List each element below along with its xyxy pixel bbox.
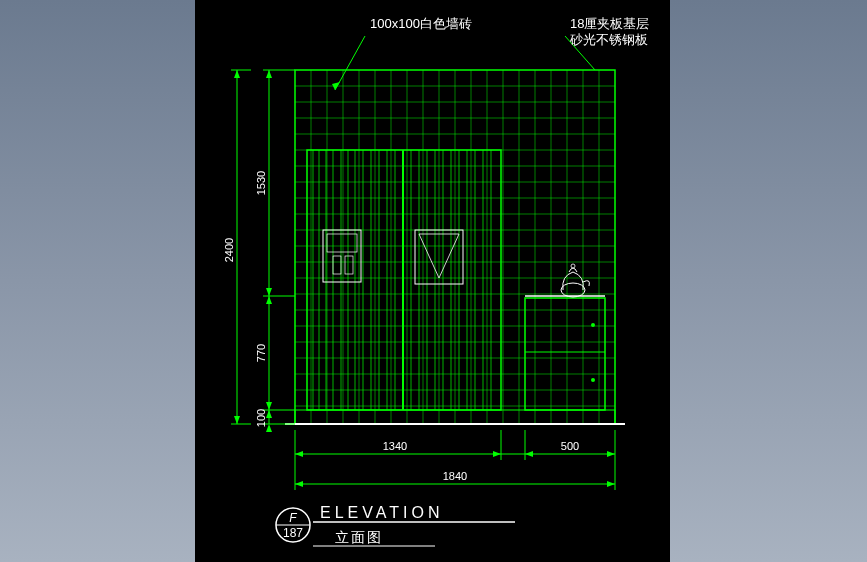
svg-marker-103 — [493, 451, 501, 457]
svg-marker-112 — [607, 481, 615, 487]
kettle-icon — [561, 264, 589, 297]
svg-marker-111 — [295, 481, 303, 487]
tag-letter: F — [289, 511, 297, 525]
svg-point-73 — [591, 378, 595, 382]
svg-text:2400: 2400 — [223, 238, 235, 262]
svg-text:1840: 1840 — [443, 470, 467, 482]
svg-text:1530: 1530 — [255, 171, 267, 195]
svg-marker-104 — [525, 451, 533, 457]
svg-marker-91 — [266, 402, 272, 410]
dim-height-total: 2400 — [223, 70, 251, 424]
svg-rect-68 — [345, 256, 353, 274]
refrigerator — [307, 150, 501, 410]
tag-number: 187 — [283, 526, 303, 540]
svg-marker-89 — [266, 288, 272, 296]
label-tile: 100x100白色墙砖 — [370, 16, 472, 31]
cad-viewport: 100x100白色墙砖 18厘夹板基层 砂光不锈钢板 — [195, 0, 670, 562]
dim-width-total: 1840 — [295, 460, 615, 490]
svg-point-75 — [561, 283, 585, 297]
svg-text:500: 500 — [561, 440, 579, 452]
svg-rect-67 — [333, 256, 341, 274]
title-main: ELEVATION — [320, 504, 443, 521]
title-sub: 立面图 — [335, 529, 383, 545]
svg-text:770: 770 — [255, 344, 267, 362]
svg-text:100: 100 — [255, 409, 267, 427]
elevation-drawing: 100x100白色墙砖 18厘夹板基层 砂光不锈钢板 — [195, 0, 670, 562]
svg-marker-80 — [234, 70, 240, 78]
leader-tile — [335, 36, 365, 90]
label-panel-2: 砂光不锈钢板 — [569, 32, 648, 47]
title-block: F 187 ELEVATION 立面图 — [276, 504, 515, 546]
svg-marker-102 — [295, 451, 303, 457]
svg-marker-81 — [234, 416, 240, 424]
svg-marker-88 — [266, 70, 272, 78]
dim-width-segments: 1340 500 — [295, 430, 615, 460]
svg-text:1340: 1340 — [383, 440, 407, 452]
svg-rect-70 — [525, 298, 605, 410]
tile-grid — [295, 70, 615, 424]
svg-rect-66 — [327, 234, 357, 252]
svg-point-76 — [571, 264, 575, 268]
svg-point-72 — [591, 323, 595, 327]
dim-height-segments: 1530 770 100 — [255, 70, 295, 432]
label-panel-1: 18厘夹板基层 — [570, 16, 649, 31]
svg-marker-90 — [266, 296, 272, 304]
svg-marker-105 — [607, 451, 615, 457]
cabinet — [525, 296, 605, 410]
